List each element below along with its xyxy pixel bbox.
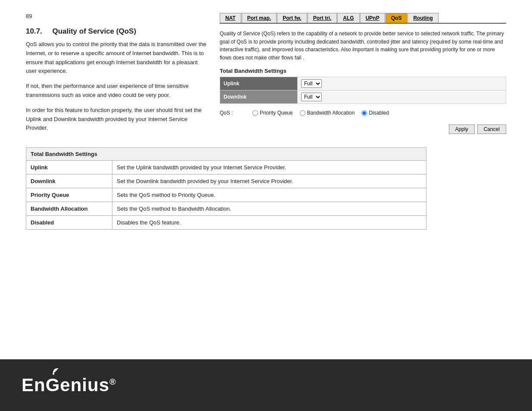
downlink-select[interactable]: Full Half [301,93,322,101]
uplink-value: Full Half [298,77,506,90]
qos-bandwidth-allocation-label: Bandwidth Allocation [307,110,355,116]
cancel-button[interactable]: Cancel [477,125,506,134]
table-row: Disabled Disables the QoS feature. [26,216,426,230]
paragraph-2: If not, then the performance and user ex… [26,82,207,100]
bandwidth-table: Uplink Full Half Downlink Full Half [220,77,506,104]
left-column: 89 10.7. Quality of Service (QoS) QoS al… [26,13,207,139]
qos-priority-queue-label: Priority Queue [260,110,293,116]
tab-qos[interactable]: QoS [386,13,408,23]
paragraph-3: In order for this feature to function pr… [26,106,207,133]
qos-description: Quality of Service (QoS) refers to the c… [220,30,506,62]
qos-priority-queue[interactable]: Priority Queue [252,110,293,116]
logo: En G enius® [22,375,116,395]
paragraph-1: QoS allows you to control the priority t… [26,40,207,76]
table-row: Uplink Full Half [220,77,506,90]
bandwidth-allocation-term: Bandwidth Allocation [26,202,112,216]
tab-portmap[interactable]: Port map. [242,13,277,23]
qos-bandwidth-allocation[interactable]: Bandwidth Allocation [300,110,355,116]
uplink-term: Uplink [26,161,112,174]
priority-queue-term: Priority Queue [26,188,112,202]
disabled-definition: Disables the QoS feature. [112,216,426,230]
qos-disabled-label: Disabled [369,110,389,116]
downlink-label: Downlink [220,90,298,104]
action-buttons: Apply Cancel [220,125,506,134]
bandwidth-allocation-definition: Sets the QoS method to Bandwidth Allocat… [112,202,426,216]
tab-routing[interactable]: Routing [408,13,438,23]
bandwidth-settings-title: Total Bandwidth Settings [220,68,506,74]
disabled-term: Disabled [26,216,112,230]
section-heading: Quality of Service (QoS) [52,27,136,35]
tab-nat[interactable]: NAT [220,13,241,23]
table-row: Bandwidth Allocation Sets the QoS method… [26,202,426,216]
qos-disabled-radio[interactable] [361,110,367,116]
page-number: 89 [26,13,207,19]
info-table-header-row: Total Bandwidth Settings [26,148,426,161]
qos-priority-queue-radio[interactable] [252,110,258,116]
uplink-select[interactable]: Full Half [301,79,322,88]
table-row: Downlink Full Half [220,90,506,104]
footer: En G enius® [0,359,532,411]
qos-bandwidth-allocation-radio[interactable] [300,110,305,116]
info-table: Total Bandwidth Settings Uplink Set the … [26,147,426,230]
uplink-label: Uplink [220,77,298,90]
nav-tabs: NAT Port map. Port fw. Port tri. ALG UPn… [220,13,506,24]
qos-label: QoS : [220,110,246,116]
apply-button[interactable]: Apply [449,125,475,134]
svg-point-0 [53,373,54,375]
section-number: 10.7. [26,27,42,35]
downlink-term: Downlink [26,174,112,188]
page-wrapper: 89 10.7. Quality of Service (QoS) QoS al… [0,0,532,411]
tab-portfw[interactable]: Port fw. [277,13,307,23]
table-row: Downlink Set the Downlink bandwidth prov… [26,174,426,188]
table-row: Priority Queue Sets the QoS method to Pr… [26,188,426,202]
downlink-definition: Set the Downlink bandwidth provided by y… [112,174,426,188]
content-area: 89 10.7. Quality of Service (QoS) QoS al… [0,0,532,139]
info-table-header: Total Bandwidth Settings [26,148,426,161]
table-row: Uplink Set the Uplink bandwidth provided… [26,161,426,174]
tab-porttri[interactable]: Port tri. [308,13,337,23]
bottom-section: Total Bandwidth Settings Uplink Set the … [0,139,532,230]
downlink-value: Full Half [298,90,506,104]
right-column: NAT Port map. Port fw. Port tri. ALG UPn… [220,13,506,139]
qos-row: QoS : Priority Queue Bandwidth Allocatio… [220,110,506,116]
section-title: 10.7. Quality of Service (QoS) [26,27,207,36]
priority-queue-definition: Sets the QoS method to Priority Queue. [112,188,426,202]
qos-disabled[interactable]: Disabled [361,110,389,116]
uplink-definition: Set the Uplink bandwidth provided by you… [112,161,426,174]
tab-upnp[interactable]: UPnP [360,13,385,23]
tab-alg[interactable]: ALG [337,13,359,23]
